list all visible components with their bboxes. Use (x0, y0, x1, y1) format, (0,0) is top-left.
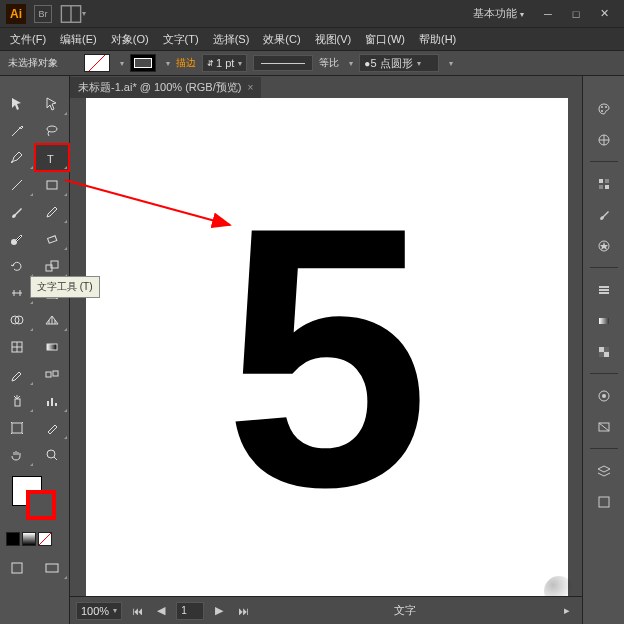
toolbox: T (0, 76, 70, 624)
type-tool-tooltip: 文字工具 (T) (30, 276, 100, 298)
graphic-styles-panel-icon[interactable] (590, 414, 618, 439)
stroke-color-icon[interactable] (26, 490, 56, 520)
brush-more-icon[interactable]: ▾ (449, 59, 453, 68)
pen-tool[interactable] (0, 144, 35, 171)
menu-object[interactable]: 对象(O) (111, 32, 149, 47)
menu-file[interactable]: 文件(F) (10, 32, 46, 47)
paintbrush-tool[interactable] (0, 198, 35, 225)
selection-status: 未选择对象 (8, 56, 58, 70)
symbol-sprayer-tool[interactable] (0, 387, 35, 414)
svg-rect-42 (599, 352, 604, 357)
menu-bar: 文件(F) 编辑(E) 对象(O) 文字(T) 选择(S) 效果(C) 视图(V… (0, 28, 624, 50)
bridge-icon[interactable]: Br (34, 5, 52, 23)
fill-swatch[interactable] (84, 54, 110, 72)
color-guide-panel-icon[interactable] (590, 127, 618, 152)
swatches-panel-icon[interactable] (590, 171, 618, 196)
menu-window[interactable]: 窗口(W) (365, 32, 405, 47)
layers-panel-icon[interactable] (590, 458, 618, 483)
hand-tool[interactable] (0, 441, 35, 468)
direct-selection-tool[interactable] (35, 90, 70, 117)
stroke-swatch[interactable] (130, 54, 156, 72)
svg-rect-35 (599, 185, 603, 189)
workspace-switcher[interactable]: 基本功能 ▾ (473, 6, 524, 21)
screen-mode-switch[interactable] (35, 554, 70, 581)
svg-rect-24 (12, 423, 22, 433)
prev-artboard-icon[interactable]: ◀ (152, 603, 170, 619)
none-mode-icon[interactable] (38, 532, 52, 546)
app-logo-icon: Ai (6, 4, 26, 24)
transparency-panel-icon[interactable] (590, 339, 618, 364)
perspective-grid-tool[interactable] (35, 306, 70, 333)
eyedropper-tool[interactable] (0, 360, 35, 387)
gradient-mode-icon[interactable] (22, 532, 36, 546)
zoom-level-input[interactable]: 100%▾ (76, 602, 122, 620)
artboard-tool[interactable] (0, 414, 35, 441)
minimize-button[interactable]: ─ (534, 4, 562, 24)
selection-tool[interactable] (0, 90, 35, 117)
artboard-number-input[interactable]: 1 (176, 602, 204, 620)
artboards-panel-icon[interactable] (590, 489, 618, 514)
svg-point-29 (601, 106, 603, 108)
svg-rect-38 (599, 318, 609, 324)
menu-edit[interactable]: 编辑(E) (60, 32, 97, 47)
arrange-docs-icon[interactable]: ▾ (60, 5, 86, 23)
menu-effect[interactable]: 效果(C) (263, 32, 300, 47)
magic-wand-tool[interactable] (0, 117, 35, 144)
stroke-weight-input[interactable]: ⇵1 pt▾ (202, 54, 247, 72)
status-more-icon[interactable]: ▸ (558, 603, 576, 619)
maximize-button[interactable]: □ (562, 4, 590, 24)
line-segment-tool[interactable] (0, 171, 35, 198)
svg-rect-22 (51, 398, 53, 406)
blend-tool[interactable] (35, 360, 70, 387)
brush-definition[interactable]: ● 5 点圆形▾ (359, 54, 439, 72)
svg-line-5 (12, 180, 22, 190)
color-panel-icon[interactable] (590, 96, 618, 121)
shape-builder-tool[interactable] (0, 306, 35, 333)
last-artboard-icon[interactable]: ⏭ (234, 603, 252, 619)
menu-help[interactable]: 帮助(H) (419, 32, 456, 47)
type-tool[interactable]: T (35, 144, 70, 171)
slice-tool[interactable] (35, 414, 70, 441)
menu-select[interactable]: 选择(S) (213, 32, 250, 47)
lasso-tool[interactable] (35, 117, 70, 144)
rotate-tool[interactable] (0, 252, 35, 279)
menu-view[interactable]: 视图(V) (315, 32, 352, 47)
fill-stroke-indicator[interactable] (0, 472, 69, 528)
gradient-tool[interactable] (35, 333, 70, 360)
eraser-tool[interactable] (35, 225, 70, 252)
stroke-dropdown-icon[interactable]: ▾ (166, 59, 170, 68)
menu-type[interactable]: 文字(T) (163, 32, 199, 47)
svg-point-2 (19, 127, 21, 129)
gradient-panel-icon[interactable] (590, 308, 618, 333)
blob-brush-tool[interactable] (0, 225, 35, 252)
workspace: T (0, 76, 624, 624)
svg-point-44 (602, 394, 606, 398)
stroke-panel-icon[interactable] (590, 277, 618, 302)
mesh-tool[interactable] (0, 333, 35, 360)
color-mode-icon[interactable] (6, 532, 20, 546)
close-button[interactable]: ✕ (590, 4, 618, 24)
column-graph-tool[interactable] (35, 387, 70, 414)
canvas[interactable]: 5 (86, 98, 568, 596)
zoom-tool[interactable] (35, 441, 70, 468)
brushes-panel-icon[interactable] (590, 202, 618, 227)
scale-label: 等比 (319, 56, 339, 70)
screen-mode-normal[interactable] (0, 554, 35, 581)
svg-rect-33 (599, 179, 603, 183)
artwork-text: 5 (224, 172, 430, 542)
fill-dropdown-icon[interactable]: ▾ (120, 59, 124, 68)
appearance-panel-icon[interactable] (590, 383, 618, 408)
stroke-label[interactable]: 描边 (176, 56, 196, 70)
rectangle-tool[interactable] (35, 171, 70, 198)
first-artboard-icon[interactable]: ⏮ (128, 603, 146, 619)
tab-close-icon[interactable]: × (247, 82, 253, 93)
scale-tool[interactable] (35, 252, 70, 279)
svg-rect-46 (599, 497, 609, 507)
pencil-tool[interactable] (35, 198, 70, 225)
symbols-panel-icon[interactable] (590, 233, 618, 258)
scale-dropdown-icon[interactable]: ▾ (349, 59, 353, 68)
document-tab[interactable]: 未标题-1.ai* @ 100% (RGB/预览) × (70, 77, 261, 98)
svg-rect-17 (47, 344, 57, 350)
stroke-profile[interactable] (253, 55, 313, 71)
next-artboard-icon[interactable]: ▶ (210, 603, 228, 619)
